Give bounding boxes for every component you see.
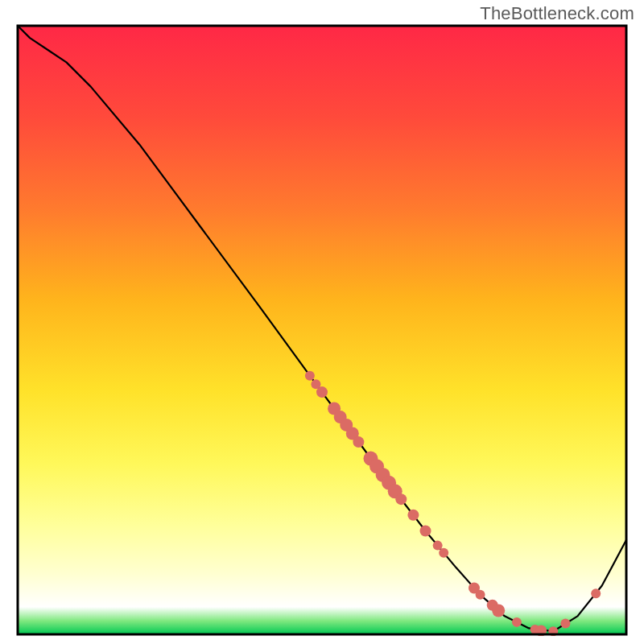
data-point [305,371,315,381]
data-point [492,605,505,617]
data-point [591,588,601,598]
data-point [476,590,485,600]
plot-background [18,26,626,634]
data-point [353,436,364,448]
data-point [420,525,431,536]
data-point [316,386,328,398]
data-point [512,617,522,627]
watermark-text: TheBottleneck.com [480,3,634,24]
data-point [560,618,570,628]
data-point [407,510,419,521]
data-point [439,548,448,558]
plot-area [16,24,628,636]
chart-svg [16,24,628,636]
chart-container: TheBottleneck.com [0,0,644,644]
data-point [395,493,407,505]
